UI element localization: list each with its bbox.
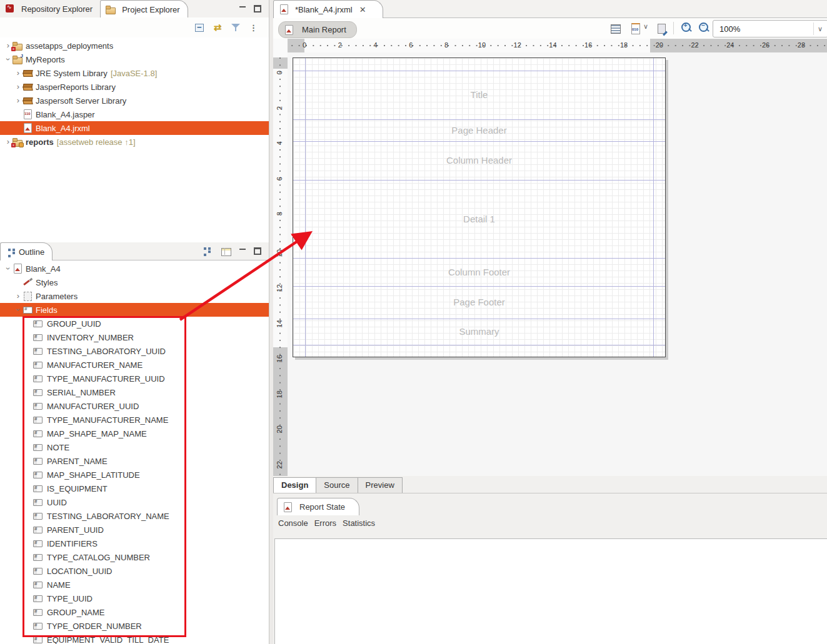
zoom-in-icon[interactable]: + <box>681 22 693 34</box>
tree-item-parent-name[interactable]: ›PARENT_NAME <box>0 454 269 468</box>
tree-item-label: MAP_SHAPE_MAP_NAME <box>47 429 147 438</box>
tree-item-inventory-number[interactable]: ›INVENTORY_NUMBER <box>0 330 269 344</box>
band-label-detail-1[interactable]: Detail 1 <box>293 214 665 224</box>
tree-item-jasperreports-library[interactable]: ›JasperReports Library <box>0 80 269 94</box>
jasper-icon <box>23 109 33 119</box>
band-boundary-page-footer[interactable] <box>293 319 665 319</box>
subtab-errors[interactable]: Errors <box>314 518 336 528</box>
band-boundary-title[interactable] <box>293 119 665 120</box>
tree-item-decoration: [JavaSE-1.8] <box>111 69 157 78</box>
band-label-summary[interactable]: Summary <box>293 326 665 337</box>
tree-item-blank-a4[interactable]: ›Blank_A4 <box>0 262 269 275</box>
band-boundary-detail-1[interactable] <box>293 258 665 259</box>
tree-item-testing-laboratory-name[interactable]: ›TESTING_LABORATORY_NAME <box>0 509 269 523</box>
combo-arrow-icon[interactable]: ∨ <box>818 25 827 33</box>
tree-item-fields[interactable]: ›Fields <box>0 303 269 317</box>
tab-source[interactable]: Source <box>316 477 358 493</box>
tree-item-type-manufacturer-uuid[interactable]: ›TYPE_MANUFACTURER_UUID <box>0 372 269 385</box>
tree-item-parameters[interactable]: ›Parameters <box>0 289 269 303</box>
tree-item-type-uuid[interactable]: ›TYPE_UUID <box>0 592 269 605</box>
h-ruler-number: 24 <box>726 41 734 49</box>
tree-item-assetapps-deployments[interactable]: ›xassetapps_deployments <box>0 39 269 52</box>
tab-preview[interactable]: Preview <box>358 477 403 493</box>
tab-design[interactable]: Design <box>273 477 316 493</box>
console-output-area[interactable] <box>274 538 827 644</box>
band-label-page-header[interactable]: Page Header <box>293 125 665 136</box>
h-ruler-number: 8 <box>444 41 448 49</box>
tree-item-jaspersoft-server-library[interactable]: ›Jaspersoft Server Library <box>0 94 269 107</box>
tree-item-serial-number[interactable]: ›SERIAL_NUMBER <box>0 385 269 399</box>
tree-item-identifiers[interactable]: ›IDENTIFIERS <box>0 537 269 550</box>
tree-item-uuid[interactable]: ›UUID <box>0 495 269 509</box>
tree-item-styles[interactable]: ›Styles <box>0 275 269 289</box>
minimize-icon[interactable] <box>239 5 246 12</box>
chevron-collapsed-icon[interactable]: › <box>14 80 23 94</box>
tree-item-type-catalog-number[interactable]: ›TYPE_CATALOG_NUMBER <box>0 550 269 564</box>
tree-item-group-name[interactable]: ›GROUP_NAME <box>0 605 269 619</box>
tree-item-is-equipment[interactable]: ›IS_EQUIPMENT <box>0 482 269 495</box>
dataset-010-icon[interactable] <box>629 22 642 35</box>
tree-item-type-manufacturer-name[interactable]: ›TYPE_MANUFACTURER_NAME <box>0 413 269 427</box>
repository-explorer-icon <box>5 4 16 14</box>
filter-icon[interactable] <box>229 21 242 34</box>
left-margin-guide <box>305 58 306 357</box>
report-edit-icon[interactable] <box>656 22 668 35</box>
table-view-icon[interactable] <box>220 245 231 257</box>
tab-project-explorer[interactable]: Project Explorer <box>100 0 188 18</box>
chevron-down-icon[interactable]: ∨ <box>643 22 648 31</box>
tree-item-label: Blank_A4 <box>26 264 61 274</box>
chevron-collapsed-icon[interactable]: › <box>14 66 23 80</box>
band-boundary-summary[interactable] <box>293 345 665 345</box>
band-label-column-footer[interactable]: Column Footer <box>293 267 665 277</box>
subtab-statistics[interactable]: Statistics <box>343 518 375 528</box>
tree-item-name[interactable]: ›NAME <box>0 578 269 592</box>
v-ruler-number: 10 <box>276 249 283 257</box>
close-icon[interactable]: ✕ <box>359 5 366 14</box>
band-label-title[interactable]: Title <box>293 89 665 100</box>
tree-item-testing-laboratory-uuid[interactable]: ›TESTING_LABORATORY_UUID <box>0 344 269 358</box>
tree-view-icon[interactable] <box>201 245 213 257</box>
maximize-icon[interactable] <box>254 247 261 255</box>
tree-item-blank-a4-jasper[interactable]: ›Blank_A4.jasper <box>0 107 269 121</box>
field-icon <box>33 566 44 576</box>
tree-item-equipment-valid-till-date[interactable]: ›EQUIPMENT_VALID_TILL_DATE <box>0 633 269 644</box>
tree-item-manufacturer-name[interactable]: ›MANUFACTURER_NAME <box>0 358 269 372</box>
tree-item-reports[interactable]: ›xreports[assetweb release ↑1] <box>0 135 269 149</box>
band-boundary-page-header[interactable] <box>293 141 665 142</box>
tab-outline[interactable]: Outline <box>0 242 53 260</box>
report-state-panel: Report State ConsoleErrorsStatistics <box>273 493 827 644</box>
tree-item-manufacturer-uuid[interactable]: ›MANUFACTURER_UUID <box>0 399 269 413</box>
editor-tab-blank-a4[interactable]: *Blank_A4.jrxml ✕ <box>273 0 383 18</box>
band-label-column-header[interactable]: Column Header <box>293 155 665 166</box>
tree-item-map-shape-latitude[interactable]: ›MAP_SHAPE_LATITUDE <box>0 468 269 482</box>
tree-item-parent-uuid[interactable]: ›PARENT_UUID <box>0 523 269 537</box>
fieldsgrp-icon <box>23 305 33 315</box>
minimize-icon[interactable] <box>239 247 246 255</box>
zoom-out-icon[interactable]: − <box>698 22 711 34</box>
collapse-all-icon[interactable] <box>193 21 206 34</box>
subtab-console[interactable]: Console <box>278 518 308 528</box>
tree-item-label: TYPE_MANUFACTURER_UUID <box>47 374 165 384</box>
tree-item-note[interactable]: ›NOTE <box>0 440 269 454</box>
design-canvas[interactable]: TitlePage HeaderColumn HeaderDetail 1Col… <box>288 52 827 476</box>
properties-icon[interactable] <box>609 22 622 35</box>
zoom-level-combo[interactable]: 100% ∨ <box>713 20 827 37</box>
tree-item-blank-a4-jrxml[interactable]: ›Blank_A4.jrxml <box>0 121 269 135</box>
maximize-icon[interactable] <box>254 5 261 12</box>
tree-item-jre-system-library[interactable]: ›JRE System Library[JavaSE-1.8] <box>0 66 269 80</box>
chevron-collapsed-icon[interactable]: › <box>14 289 23 303</box>
tree-item-map-shape-map-name[interactable]: ›MAP_SHAPE_MAP_NAME <box>0 427 269 440</box>
chevron-collapsed-icon[interactable]: › <box>14 94 23 107</box>
tree-item-group-uuid[interactable]: ›GROUP_UUID <box>0 317 269 330</box>
view-menu-icon[interactable]: ⋮ <box>248 21 260 34</box>
tab-report-state[interactable]: Report State <box>277 498 359 515</box>
tree-item-myreports[interactable]: ›JMyReports <box>0 52 269 66</box>
report-page[interactable]: TitlePage HeaderColumn HeaderDetail 1Col… <box>293 57 666 357</box>
band-boundary-column-footer[interactable] <box>293 286 665 287</box>
band-label-page-footer[interactable]: Page Footer <box>293 297 665 307</box>
tree-item-location-uuid[interactable]: ›LOCATION_UUID <box>0 564 269 578</box>
tab-repository-explorer[interactable]: Repository Explorer <box>0 0 100 17</box>
band-boundary-column-header[interactable] <box>293 180 665 181</box>
link-with-editor-icon[interactable]: ⇄ <box>211 21 224 34</box>
tree-item-type-order-number[interactable]: ›TYPE_ORDER_NUMBER <box>0 619 269 633</box>
